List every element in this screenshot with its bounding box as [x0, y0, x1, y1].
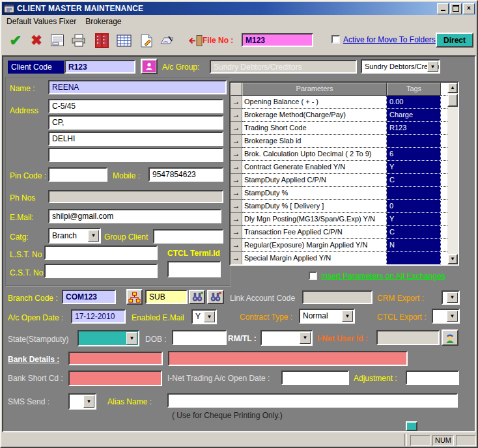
tag-cell[interactable]: C [387, 226, 441, 239]
file-no-field[interactable]: M123 [242, 33, 313, 47]
table-row[interactable]: →StampDuty % [ Delivery ]0 [231, 200, 447, 213]
address-line-4[interactable] [48, 148, 223, 162]
sms-send-dropdown[interactable]: ▼ [68, 393, 96, 410]
ac-open-date-field[interactable]: 17-12-2010 [71, 309, 126, 324]
form-icon[interactable] [49, 32, 66, 49]
parameters-header[interactable]: Parameters [242, 83, 387, 96]
row-arrow-icon[interactable]: → [231, 122, 242, 135]
crm-export-dropdown[interactable]: ▼ [442, 290, 460, 305]
table-row[interactable]: →Brokerage Method(Charge/Pay)Charge [231, 109, 447, 122]
scroll-down-icon[interactable]: ▼ [447, 254, 458, 264]
row-arrow-icon[interactable]: → [231, 239, 242, 252]
pin-code-field[interactable] [48, 167, 107, 182]
ctcl-export-dropdown[interactable]: ▼ [432, 309, 460, 324]
branch-code-field[interactable]: COM123 [62, 290, 116, 304]
insert-parameters-checkbox[interactable] [309, 272, 317, 280]
tags-header[interactable]: Tags [387, 83, 441, 96]
maximize-button[interactable] [450, 3, 462, 14]
tag-cell[interactable]: N [387, 239, 441, 252]
tag-cell[interactable]: 0.00 [387, 96, 441, 109]
menu-brokerage[interactable]: Brokerage [81, 16, 126, 27]
row-arrow-icon[interactable]: → [231, 174, 242, 187]
scrollbar-thumb[interactable] [447, 94, 458, 107]
table-row[interactable]: →Contract Generate Enabled Y/NY [231, 161, 447, 174]
delete-icon[interactable]: ✖ [28, 32, 45, 49]
search-add-button[interactable] [189, 290, 205, 304]
catg-dropdown[interactable]: Branch ▼ [48, 228, 101, 244]
table-row[interactable]: →Dly Mgn Posting(MG13/Span/G.Exp) Y/NY [231, 213, 447, 226]
chevron-down-icon[interactable]: ▼ [427, 61, 438, 72]
inet-user-button[interactable] [442, 329, 458, 346]
address-line-3[interactable]: DELHI [48, 132, 223, 146]
chevron-down-icon[interactable]: ▼ [83, 395, 94, 408]
table-row[interactable]: →Brok. Calculation Upto Decimal ( 2 To 9… [231, 148, 447, 161]
bank-details-field-2[interactable] [168, 351, 408, 366]
close-button[interactable]: × [463, 3, 475, 14]
name-field[interactable]: REENA [48, 80, 227, 94]
dob-field[interactable] [172, 330, 227, 345]
find-client-button[interactable] [141, 59, 158, 74]
mobile-field[interactable]: 9547854623 [148, 167, 223, 182]
row-arrow-icon[interactable]: → [231, 96, 242, 109]
row-arrow-icon[interactable]: → [231, 161, 242, 174]
save-ok-icon[interactable]: ✔ [7, 32, 24, 49]
address-line-2[interactable]: CP, [48, 115, 223, 130]
active-move-label[interactable]: Active for Move To Folders [343, 35, 436, 44]
tag-cell[interactable] [387, 135, 441, 148]
row-arrow-icon[interactable]: → [231, 252, 242, 264]
chevron-down-icon[interactable]: ▼ [342, 311, 353, 322]
client-code-field[interactable]: R123 [64, 60, 135, 74]
address-line-1[interactable]: C-5/45 [48, 99, 223, 113]
bank-details-field-1[interactable] [68, 352, 163, 365]
tag-cell[interactable] [387, 187, 441, 200]
chevron-down-icon[interactable]: ▼ [447, 311, 458, 322]
ledger-icon[interactable] [93, 32, 110, 49]
direct-button[interactable]: Direct [436, 33, 473, 48]
alias-name-field[interactable] [167, 393, 458, 408]
row-arrow-icon[interactable]: → [231, 109, 242, 122]
active-move-checkbox[interactable] [331, 35, 340, 44]
table-row[interactable]: →Transaction Fee Applied C/P/NC [231, 226, 447, 239]
table-grid-icon[interactable] [115, 32, 132, 49]
tag-cell[interactable]: 6 [387, 148, 441, 161]
minimize-button[interactable] [437, 3, 449, 14]
table-row[interactable]: →StampDuty Applied C/P/NC [231, 174, 447, 187]
rm-tl-dropdown[interactable]: ▼ [260, 330, 313, 346]
signature-icon[interactable] [158, 32, 175, 49]
hierarchy-button[interactable] [126, 289, 143, 305]
enabled-email-dropdown[interactable]: Y ▼ [191, 309, 217, 324]
tag-cell[interactable]: 0 [387, 200, 441, 213]
table-row[interactable]: →Trading Short CodeR123 [231, 122, 447, 135]
tag-cell[interactable]: Y [387, 213, 441, 226]
chevron-down-icon[interactable]: ▼ [447, 292, 458, 303]
table-scrollbar[interactable]: ▲ ▼ [447, 83, 458, 264]
ctcl-terml-field[interactable] [167, 261, 221, 277]
tag-cell[interactable]: C [387, 174, 441, 187]
row-arrow-icon[interactable]: → [231, 187, 242, 200]
scroll-up-icon[interactable]: ▲ [447, 83, 458, 93]
email-field[interactable]: shilpi@gmail.com [48, 209, 221, 223]
print-icon[interactable] [70, 32, 87, 49]
chevron-down-icon[interactable]: ▼ [204, 311, 215, 322]
table-row[interactable]: →StampDuty % [231, 187, 447, 200]
ac-group-dropdown[interactable]: Sundry Debtors/Creditors ▼ [361, 59, 440, 74]
tag-cell[interactable]: Y [387, 161, 441, 174]
table-row[interactable]: →Special Margin Applied Y/N [231, 252, 447, 264]
table-row[interactable]: →Opening Balance ( + - )0.00 [231, 96, 447, 109]
chevron-down-icon[interactable]: ▼ [126, 332, 137, 344]
tag-cell[interactable]: R123 [387, 122, 441, 135]
state-stampduty-dropdown[interactable]: ▼ [77, 330, 139, 346]
lst-no-field[interactable] [44, 245, 158, 260]
teal-indicator-button[interactable] [406, 421, 417, 431]
group-client-field[interactable] [153, 229, 223, 244]
adjustment-field[interactable] [406, 371, 459, 385]
inet-trading-date-field[interactable] [281, 371, 349, 385]
contract-type-dropdown[interactable]: Normal ▼ [299, 309, 355, 324]
tag-cell[interactable]: Charge [387, 109, 441, 122]
chevron-down-icon[interactable]: ▼ [88, 230, 99, 242]
row-arrow-icon[interactable]: → [231, 135, 242, 148]
bank-short-cd-field[interactable] [68, 371, 162, 386]
row-arrow-icon[interactable]: → [231, 200, 242, 213]
search-clear-button[interactable] [207, 290, 224, 304]
chevron-down-icon[interactable]: ▼ [300, 332, 311, 344]
